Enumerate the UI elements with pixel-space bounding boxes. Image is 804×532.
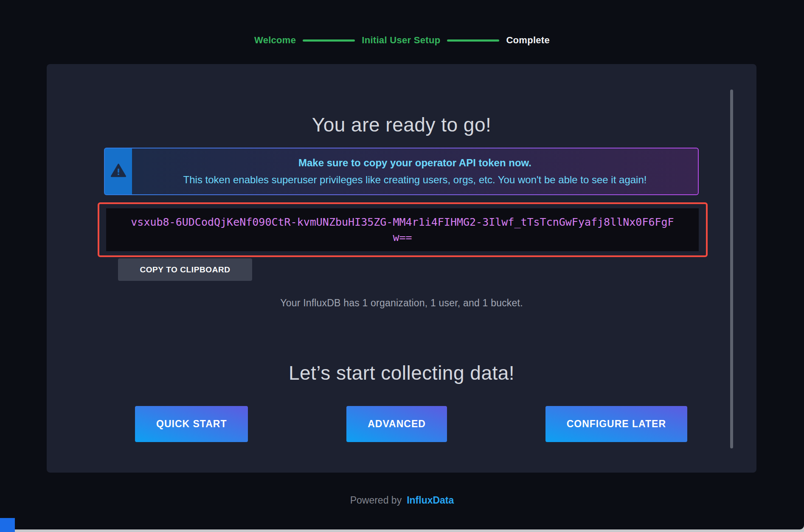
vertical-scrollbar[interactable] xyxy=(730,90,733,448)
completion-panel: You are ready to go! Make sure xyxy=(47,64,756,473)
warning-text-block: Make sure to copy your operator API toke… xyxy=(132,148,698,194)
warning-banner: Make sure to copy your operator API toke… xyxy=(104,148,699,195)
advanced-button[interactable]: ADVANCED xyxy=(346,406,447,442)
warning-title: Make sure to copy your operator API toke… xyxy=(298,154,531,171)
quick-start-button[interactable]: QUICK START xyxy=(135,406,248,442)
footer: Powered byInfluxData xyxy=(0,495,804,506)
cta-heading: Let’s start collecting data! xyxy=(47,361,756,384)
cta-button-row: QUICK START ADVANCED CONFIGURE LATER xyxy=(135,406,687,442)
setup-summary-text: Your InfluxDB has 1 organization, 1 user… xyxy=(47,297,756,309)
warning-body: This token enables superuser privileges … xyxy=(183,171,647,188)
api-token-value: vsxub8-6UDCodQjKeNf090CtR-kvmUNZbuHI35ZG… xyxy=(106,215,699,245)
onboarding-stepper: Welcome Initial User Setup Complete xyxy=(0,35,804,46)
step-connector-line xyxy=(303,39,355,42)
step-connector-line xyxy=(447,39,499,42)
configure-later-button[interactable]: CONFIGURE LATER xyxy=(545,406,687,442)
page-title: You are ready to go! xyxy=(47,64,756,136)
step-complete[interactable]: Complete xyxy=(506,35,550,46)
copy-to-clipboard-button[interactable]: COPY TO CLIPBOARD xyxy=(118,258,252,281)
screenshot-viewport: Welcome Initial User Setup Complete You … xyxy=(0,0,804,532)
window-corner-accent xyxy=(0,518,15,532)
powered-by-label: Powered by xyxy=(350,495,402,506)
warning-banner-inner: Make sure to copy your operator API toke… xyxy=(105,148,698,194)
warning-triangle-icon xyxy=(110,162,127,180)
step-welcome[interactable]: Welcome xyxy=(254,35,296,46)
warning-icon-cell xyxy=(105,148,132,194)
influxdata-brand-link[interactable]: InfluxData xyxy=(407,495,454,506)
onboarding-page: Welcome Initial User Setup Complete You … xyxy=(0,0,804,529)
step-initial-user-setup[interactable]: Initial User Setup xyxy=(362,35,440,46)
api-token-box: vsxub8-6UDCodQjKeNf090CtR-kvmUNZbuHI35ZG… xyxy=(106,208,699,251)
